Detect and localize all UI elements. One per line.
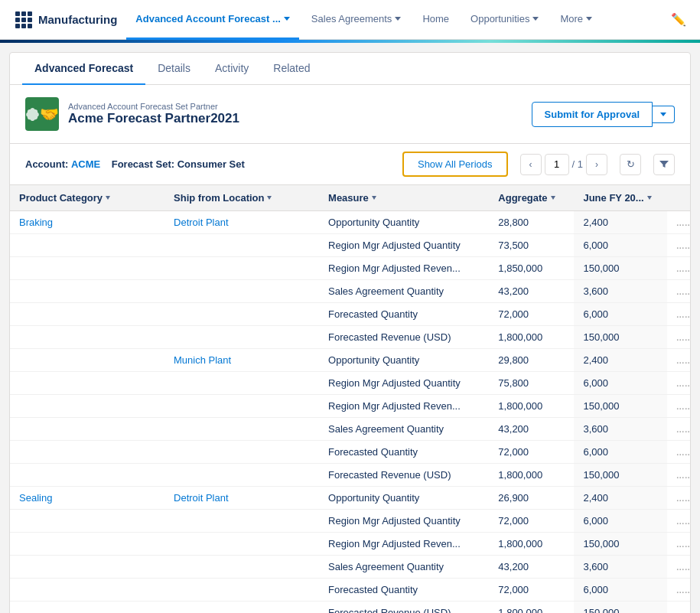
product-category-cell[interactable]: Sealing — [10, 487, 164, 510]
next-page-button[interactable]: › — [586, 154, 607, 175]
june-cell: 6,000 — [574, 234, 666, 257]
ship-from-cell[interactable]: Detroit Plant — [164, 211, 319, 234]
overflow-cell: … — [667, 211, 690, 234]
show-all-periods-button[interactable]: Show All Periods — [402, 152, 508, 177]
ship-from-cell — [164, 326, 319, 349]
table-row: Forecasted Quantity72,0006,000… — [10, 579, 690, 602]
col-header-ship-from[interactable]: Ship from Location — [164, 185, 319, 211]
partner-info: 🤝 Advanced Account Forecast Set Partner … — [25, 97, 239, 131]
submit-btn-group: Submit for Approval — [532, 102, 675, 127]
app-launcher[interactable]: Manufacturing — [9, 11, 123, 28]
chevron-down-icon — [660, 112, 666, 116]
chevron-down-icon — [106, 196, 110, 200]
aggregate-cell: 43,200 — [489, 556, 574, 579]
overflow-cell: … — [667, 533, 690, 556]
tab-activity[interactable]: Activity — [203, 53, 261, 85]
filter-icon — [659, 159, 669, 170]
aggregate-cell: 29,800 — [489, 349, 574, 372]
nav-tab-opportunities[interactable]: Opportunities — [461, 0, 548, 40]
chevron-down-icon — [586, 17, 592, 21]
june-cell: 6,000 — [574, 441, 666, 464]
june-cell: 6,000 — [574, 372, 666, 395]
table-row: Forecasted Revenue (USD)1,800,000150,000… — [10, 326, 690, 349]
ship-from-cell[interactable]: Munich Plant — [164, 349, 319, 372]
ship-from-cell — [164, 556, 319, 579]
overflow-cell: … — [667, 487, 690, 510]
ship-from-cell — [164, 510, 319, 533]
measure-cell: Sales Agreement Quantity — [319, 418, 489, 441]
nav-tab-more[interactable]: More — [551, 0, 601, 40]
forecast-header: 🤝 Advanced Account Forecast Set Partner … — [10, 85, 690, 144]
pagination: ‹ / 1 › — [520, 154, 607, 175]
main-card: Advanced Forecast Details Activity Relat… — [9, 52, 691, 613]
table-row: Forecasted Revenue (USD)1,800,000150,000… — [10, 464, 690, 487]
table-row: Sales Agreement Quantity43,2003,600… — [10, 418, 690, 441]
aggregate-cell: 72,000 — [489, 441, 574, 464]
aggregate-cell: 72,000 — [489, 579, 574, 602]
ship-from-cell — [164, 257, 319, 280]
table-row: Region Mgr Adjusted Reven...1,850,000150… — [10, 257, 690, 280]
forecast-set-value: Consumer Set — [177, 158, 245, 170]
partner-subtitle: Advanced Account Forecast Set Partner — [68, 102, 239, 111]
submit-for-approval-button[interactable]: Submit for Approval — [532, 102, 653, 127]
submit-dropdown-button[interactable] — [653, 106, 675, 123]
june-cell: 150,000 — [574, 395, 666, 418]
measure-cell: Region Mgr Adjusted Quantity — [319, 510, 489, 533]
col-header-aggregate[interactable]: Aggregate — [489, 185, 574, 211]
measure-cell: Forecasted Quantity — [319, 441, 489, 464]
ship-from-cell — [164, 579, 319, 602]
tab-related[interactable]: Related — [261, 53, 322, 85]
ship-from-cell — [164, 602, 319, 614]
product-category-cell[interactable]: Braking — [10, 211, 164, 234]
overflow-cell: … — [667, 395, 690, 418]
chevron-down-icon — [267, 196, 272, 200]
col-header-measure[interactable]: Measure — [319, 185, 489, 211]
overflow-cell: … — [667, 257, 690, 280]
product-category-cell — [10, 579, 164, 602]
col-header-june[interactable]: June FY 20... — [574, 185, 666, 211]
col-header-overflow — [667, 185, 690, 211]
product-category-cell — [10, 418, 164, 441]
table-row: Sales Agreement Quantity43,2003,600… — [10, 280, 690, 303]
aggregate-cell: 1,800,000 — [489, 326, 574, 349]
filter-button[interactable] — [653, 154, 675, 175]
product-category-cell — [10, 395, 164, 418]
table-row: Forecasted Revenue (USD)1,800,000150,000… — [10, 602, 690, 614]
page-number-input[interactable] — [545, 154, 569, 175]
product-category-cell — [10, 510, 164, 533]
chevron-down-icon — [372, 196, 376, 200]
ship-from-cell — [164, 303, 319, 326]
aggregate-cell: 72,000 — [489, 510, 574, 533]
product-category-cell — [10, 234, 164, 257]
col-header-product-category[interactable]: Product Category — [10, 185, 164, 211]
overflow-cell: … — [667, 441, 690, 464]
product-category-cell — [10, 257, 164, 280]
chevron-down-icon — [532, 17, 539, 21]
refresh-button[interactable]: ↻ — [620, 154, 641, 175]
june-cell: 150,000 — [574, 326, 666, 349]
measure-cell: Sales Agreement Quantity — [319, 556, 489, 579]
top-nav: Manufacturing Advanced Account Forecast … — [0, 0, 700, 40]
acme-link[interactable]: ACME — [71, 158, 100, 170]
partner-name: Acme Forecast Partner2021 — [68, 111, 239, 126]
nav-tab-forecast[interactable]: Advanced Account Forecast ... — [126, 0, 299, 40]
aggregate-cell: 43,200 — [489, 418, 574, 441]
aggregate-cell: 1,800,000 — [489, 464, 574, 487]
measure-cell: Opportunity Quantity — [319, 349, 489, 372]
partner-text: Advanced Account Forecast Set Partner Ac… — [68, 102, 239, 126]
prev-page-button[interactable]: ‹ — [520, 154, 542, 175]
table-row: SealingDetroit PlantOpportunity Quantity… — [10, 487, 690, 510]
tab-advanced-forecast[interactable]: Advanced Forecast — [22, 53, 145, 85]
nav-tab-sales-agreements[interactable]: Sales Agreements — [302, 0, 411, 40]
table-row: Forecasted Quantity72,0006,000… — [10, 441, 690, 464]
edit-icon[interactable]: ✏️ — [666, 8, 691, 31]
measure-cell: Forecasted Quantity — [319, 579, 489, 602]
ship-from-cell[interactable]: Detroit Plant — [164, 487, 319, 510]
nav-tab-home[interactable]: Home — [413, 0, 458, 40]
june-cell: 2,400 — [574, 211, 666, 234]
aggregate-cell: 73,500 — [489, 234, 574, 257]
product-category-cell[interactable] — [10, 349, 164, 372]
tab-details[interactable]: Details — [145, 53, 203, 85]
june-cell: 6,000 — [574, 579, 666, 602]
aggregate-cell: 1,800,000 — [489, 395, 574, 418]
